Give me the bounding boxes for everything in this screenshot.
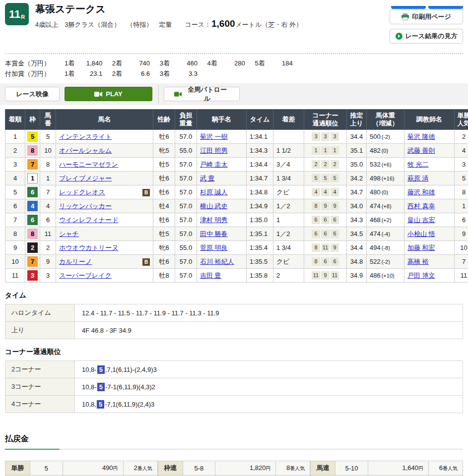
horse-name-link[interactable]: ウインレフィナード (59, 216, 118, 224)
jockey-link[interactable]: 杉原 誠人 (200, 188, 228, 196)
corner-position: 9 (331, 202, 339, 210)
body-weight-diff: (+6) (382, 162, 392, 168)
trainer-link[interactable]: 西村 真幸 (407, 202, 435, 210)
horse-name-link[interactable]: シャチ (59, 230, 79, 238)
trainer-link[interactable]: 畠山 吉宏 (407, 216, 435, 224)
jockey-cell: 戸崎 圭太 (197, 158, 247, 172)
prize-pair: 3着3.3 (152, 68, 198, 79)
waku-number: 1 (27, 173, 38, 183)
jockey-cell: 田中 勝春 (197, 227, 247, 241)
horse-name-link[interactable]: ホウオウカトリーヌ (59, 244, 118, 251)
trainer-link[interactable]: 牧 光二 (407, 161, 429, 168)
jockey-link[interactable]: 石川 裕紀人 (200, 258, 234, 265)
yen-suffix: 円 (113, 466, 118, 471)
finish-time: 1:35.4 (247, 241, 273, 255)
race-number-badge: 11R (5, 3, 29, 25)
body-weight: 498 (370, 175, 381, 182)
corner-order-cell: 555 (304, 172, 347, 185)
table-row: 6 4 4 リッケンバッカー 牡4 57.0 横山 武史 1:34.9 1／2 … (5, 199, 468, 213)
prize-value: 23.1 (74, 68, 102, 79)
course-suffix: メートル（芝・右 外） (236, 21, 303, 28)
blue-button-stub[interactable] (428, 6, 463, 9)
jockey-link[interactable]: 吉田 豊 (200, 272, 221, 279)
jockey-link[interactable]: 江田 照男 (200, 147, 228, 154)
horse-name-link[interactable]: ブレイブメジャー (59, 175, 112, 182)
corner-position: 4 (331, 188, 339, 196)
trainer-link[interactable]: 高橋 裕 (407, 258, 429, 265)
column-header: コーナー 通過順位 (304, 109, 347, 130)
body-weight: 532 (370, 161, 381, 168)
place-label: 3着 (160, 68, 170, 79)
trainer-cell: 小桧山 悟 (404, 227, 455, 241)
body-weight-diff: (-2) (382, 259, 390, 265)
trainer-link[interactable]: 萩原 清 (407, 175, 429, 182)
finish-time: 1:35.0 (247, 213, 273, 227)
win-popularity: 3 (455, 158, 468, 172)
print-page-button[interactable]: 印刷用ページ (390, 9, 463, 24)
waku-number: 7 (27, 256, 38, 267)
jockey-link[interactable]: 菊沢 一樹 (200, 133, 228, 140)
play-button[interactable]: PLAY (65, 87, 152, 101)
waku-cell: 5 (25, 130, 40, 144)
horse-name-link[interactable]: スーパーブレイク (59, 272, 112, 279)
top-button-stubs (389, 3, 463, 6)
place-label: 4着 (207, 58, 217, 68)
last-3f-time: 34.7 (347, 185, 367, 199)
corner-position: 6 (312, 216, 320, 224)
jockey-cell: 杉原 誠人 (197, 185, 247, 199)
jockey-link[interactable]: 戸崎 圭太 (200, 161, 228, 168)
result-guide-button[interactable]: レース結果の見方 (390, 29, 463, 44)
jockey-cell: 津村 明秀 (197, 213, 247, 227)
horse-name-link[interactable]: ハーモニーマゼラン (59, 161, 118, 168)
horse-name-link[interactable]: インテンスライト (59, 133, 112, 140)
body-weight-diff: (-4) (382, 231, 390, 237)
horse-name-cell: オパールシャルム (56, 144, 153, 158)
blinker-badge: B (142, 258, 150, 266)
race-video-button[interactable]: レース映像 (5, 87, 60, 101)
jockey-link[interactable]: 菅原 明良 (200, 244, 228, 251)
margin: クビ (273, 255, 304, 269)
trainer-link[interactable]: 加藤 和宏 (407, 244, 435, 251)
finish-position: 8 (5, 227, 25, 241)
finish-position: 10 (5, 255, 25, 269)
trainer-link[interactable]: 武藤 善則 (407, 147, 435, 154)
payout-row: 馬連 5-10 1,640円 6番人気 (311, 461, 463, 476)
table-row: 2 8 10 オパールシャルム 牝5 55.0 江田 照男 1:34.3 1 1… (5, 144, 468, 158)
jockey-link[interactable]: 武 豊 (200, 175, 215, 182)
corner-table-body: 2コーナー 10,8-5,7,1(6,11)-(2,4,9)3 3コーナー 10… (5, 361, 463, 413)
trainer-link[interactable]: 小桧山 悟 (407, 230, 435, 238)
corner-row-value: 10,8-5-7-1(6,11,9)(4,3)2 (75, 378, 463, 396)
patrol-video-button[interactable]: 全周パトロール (164, 87, 240, 101)
course-info: コース：1,600メートル（芝・右 外） (185, 21, 302, 28)
table-row: 1 5 5 インテンスライト 牡6 57.0 菊沢 一樹 1:34.1 333 … (5, 130, 468, 144)
weight-carried: 57.0 (175, 199, 197, 213)
horse-name-link[interactable]: リッケンバッカー (59, 202, 112, 210)
trainer-link[interactable]: 戸田 博文 (407, 272, 435, 279)
trainer-link[interactable]: 菊沢 隆徳 (407, 133, 435, 140)
jockey-link[interactable]: 横山 武史 (200, 202, 228, 210)
time-row: ハロンタイム 12.4 - 11.7 - 11.5 - 11.7 - 11.9 … (5, 304, 463, 322)
column-header: 負担 重量 (175, 109, 197, 130)
prize-value: 740 (122, 58, 150, 68)
race-head: 11R 幕張ステークス 4歳以上 3勝クラス（混合） （特指） 定量コース：1,… (5, 3, 302, 48)
trainer-cell: 萩原 清 (404, 172, 455, 185)
body-weight-cell: 480(0) (367, 185, 404, 199)
column-header: タイム (247, 109, 273, 130)
waku-cell: 6 (25, 185, 40, 199)
blue-button-stub[interactable] (391, 6, 426, 9)
horse-name-link[interactable]: オパールシャルム (59, 147, 112, 154)
corner-position: 2 (312, 160, 320, 169)
win-popularity: 8 (455, 185, 468, 199)
corner-order-cell: 666 (304, 213, 347, 227)
trainer-cell: 武藤 善則 (404, 144, 455, 158)
trainer-link[interactable]: 藤沢 和雄 (407, 188, 435, 196)
horse-name-link[interactable]: レッドクレオス (59, 188, 105, 196)
horse-name-link[interactable]: カルリーノ (59, 258, 92, 265)
payout-section-title: 払戻金 (5, 434, 29, 449)
jockey-link[interactable]: 津村 明秀 (200, 216, 228, 224)
body-weight-cell: 500(-2) (367, 130, 404, 144)
horse-number: 2 (40, 241, 56, 255)
jockey-link[interactable]: 田中 勝春 (200, 230, 228, 238)
horse-name-cell: ウインレフィナード (56, 213, 153, 227)
corner-position: 2 (321, 160, 330, 169)
